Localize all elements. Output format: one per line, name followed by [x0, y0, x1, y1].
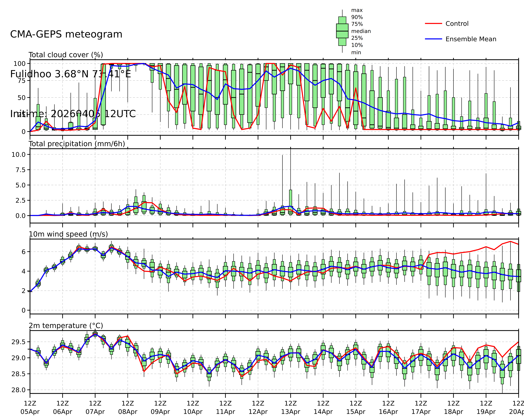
x-tick-time-label: 12Z — [415, 400, 427, 407]
x-tick-date-label: 19Apr — [476, 408, 496, 415]
x-tick-time-label: 12Z — [219, 400, 232, 407]
panel-wind-yaxis: 0246 — [22, 248, 30, 314]
panel-precip-boxes — [28, 149, 521, 216]
x-tick-time-label: 12Z — [512, 400, 524, 407]
y-tick-label: 4 — [22, 268, 26, 275]
y-tick-label: 75 — [17, 77, 26, 84]
x-tick-date-label: 16Apr — [379, 408, 398, 415]
panel-cloud-yaxis: 0255075100 — [13, 60, 30, 135]
y-tick-label: 10.0 — [11, 151, 26, 158]
x-axis-labels: 12Z05Apr12Z06Apr12Z07Apr12Z08Apr12Z09Apr… — [20, 400, 524, 415]
x-tick-date-label: 06Apr — [53, 408, 72, 415]
y-tick-label: 50 — [17, 94, 26, 101]
x-tick-date-label: 10Apr — [183, 408, 203, 415]
x-tick-date-label: 05Apr — [20, 408, 40, 415]
x-tick-date-label: 13Apr — [281, 408, 300, 415]
y-tick-label: 0 — [22, 128, 26, 135]
y-tick-label: 28.5 — [11, 370, 26, 378]
x-tick-date-label: 15Apr — [346, 408, 366, 415]
x-tick-date-label: 07Apr — [86, 408, 105, 415]
x-tick-time-label: 12Z — [284, 400, 297, 407]
meteogram-chart: 02550751000.02.55.07.510.0024628.028.529… — [0, 0, 524, 420]
x-tick-time-label: 12Z — [252, 400, 264, 407]
x-tick-time-label: 12Z — [122, 400, 134, 407]
y-tick-label: 28.0 — [11, 386, 26, 394]
x-tick-date-label: 20Apr — [509, 408, 524, 415]
panel-temp-boxes — [28, 331, 521, 393]
y-tick-label: 29.0 — [11, 354, 26, 361]
y-tick-label: 0.0 — [16, 212, 26, 219]
y-tick-label: 2.5 — [16, 197, 26, 204]
x-tick-time-label: 12Z — [349, 400, 362, 407]
y-tick-label: 25 — [17, 111, 26, 118]
panel-wind-boxes — [28, 241, 521, 308]
x-tick-date-label: 12Apr — [248, 408, 268, 415]
y-tick-label: 0 — [22, 307, 26, 314]
x-tick-date-label: 09Apr — [151, 408, 170, 415]
y-tick-label: 6 — [22, 248, 26, 255]
x-tick-date-label: 14Apr — [314, 408, 333, 415]
meteogram-figure: CMA-GEPS meteogram Fulidhoo 3.68°N 73.41… — [0, 0, 524, 420]
x-tick-time-label: 12Z — [56, 400, 69, 407]
y-tick-label: 7.5 — [16, 166, 26, 174]
x-tick-time-label: 12Z — [317, 400, 330, 407]
x-tick-time-label: 12Z — [24, 400, 36, 407]
y-tick-label: 29.5 — [11, 338, 26, 345]
x-tick-time-label: 12Z — [89, 400, 101, 407]
x-tick-date-label: 08Apr — [118, 408, 138, 415]
panel-temp-yaxis: 28.028.529.029.5 — [11, 338, 30, 394]
y-tick-label: 5.0 — [16, 181, 26, 189]
y-tick-label: 2 — [22, 287, 26, 294]
x-tick-time-label: 12Z — [480, 400, 492, 407]
x-tick-time-label: 12Z — [382, 400, 395, 407]
y-tick-label: 100 — [13, 60, 26, 67]
x-tick-date-label: 11Apr — [216, 408, 235, 415]
x-tick-date-label: 17Apr — [411, 408, 431, 415]
x-tick-time-label: 12Z — [187, 400, 199, 407]
x-tick-time-label: 12Z — [154, 400, 166, 407]
x-tick-date-label: 18Apr — [444, 408, 463, 415]
x-tick-time-label: 12Z — [447, 400, 460, 407]
panel-precip-yaxis: 0.02.55.07.510.0 — [11, 151, 30, 219]
